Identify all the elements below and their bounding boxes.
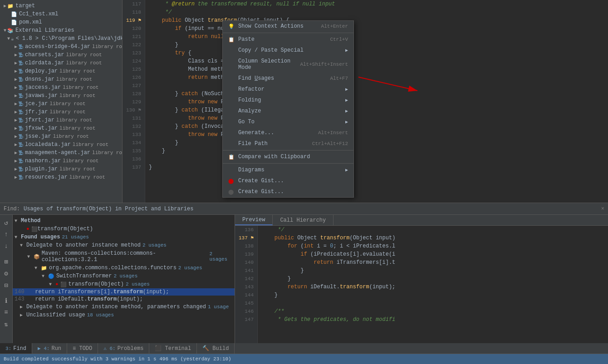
menu-item-label: Go To [238, 119, 345, 125]
sidebar-item-jar-jaccess[interactable]: ▶ 🗜 jaccess.jar library root [0, 83, 122, 92]
sidebar-item-jar-nashorn[interactable]: ▶ 🗜 nashorn.jar library root [0, 157, 122, 165]
code-line-133: throw new F [149, 131, 604, 139]
sidebar-item-jar-resources[interactable]: ▶ 🗜 resources.jar library root [0, 173, 122, 181]
sidebar-label: jfxrt.jar [25, 117, 54, 123]
sidebar-label: jsse.jar [25, 133, 51, 140]
sidebar-item-jar-jfxswt[interactable]: ▶ 🗜 jfxswt.jar library root [0, 124, 122, 132]
expand-arrow: ▶ [15, 60, 17, 66]
usage-node-transform-method[interactable]: ▼ ● ⬛ transform(Object) 2 usages [13, 280, 235, 288]
menu-item-compare-clipboard[interactable]: 📋 Compare with Clipboard [223, 151, 353, 162]
menu-item-copy-paste-special[interactable]: Copy / Paste Special ▶ [223, 45, 353, 56]
lib-label: library root [53, 134, 89, 139]
usage-node-switchtransformer[interactable]: ▼ 🔵 SwitchTransformer 2 usages [13, 272, 235, 280]
toolbar-up-button[interactable]: ↑ [1, 229, 11, 239]
right-line-num-141: 141 [239, 267, 254, 275]
menu-item-find-usages[interactable]: Find Usages Alt+F7 [223, 73, 353, 84]
sidebar-item-jar-cldr[interactable]: ▶ 🗜 cldrdata.jar library root [0, 59, 122, 67]
tab-preview[interactable]: Preview [235, 215, 273, 225]
tab-build[interactable]: 🔨 Build [197, 343, 235, 354]
menu-item-context-actions[interactable]: 💡 Show Context Actions Alt+Enter [223, 21, 353, 32]
sidebar-item-jar-jfr[interactable]: ▶ 🗜 jfr.jar library root [0, 108, 122, 116]
tab-terminal[interactable]: ⬛ Terminal [149, 343, 197, 354]
usage-code-143[interactable]: 143 return iDefault.transform(input); [13, 296, 235, 303]
sidebar-label: jfr.jar [25, 109, 48, 115]
right-code-line-143: return iDefault.transform(input); [261, 283, 604, 291]
right-line-num-139: 139 [239, 250, 254, 258]
sidebar-item-jar-javaws[interactable]: ▶ 🗜 javaws.jar library root [0, 92, 122, 100]
usage-node-maven[interactable]: ▼ 📦 Maven: commons-collections:commons-c… [13, 249, 235, 264]
tab-find[interactable]: 3: Find [0, 343, 32, 354]
jar-icon: 🗜 [18, 60, 23, 66]
menu-item-column-selection[interactable]: Column Selection Mode Alt+Shift+Insert [223, 56, 353, 73]
lib-label: library root [66, 52, 102, 58]
usage-node-delegate[interactable]: ▼ Delegate to another instance method 2 … [13, 241, 235, 249]
bold-method: transform [113, 289, 143, 295]
tab-run[interactable]: ▶ 4: Run [32, 343, 67, 354]
usage-node-label: transform(Object) [69, 281, 124, 287]
sidebar-item-extlibs[interactable]: ▼ 📚 External Libraries [0, 26, 122, 34]
tab-label: Problems [118, 345, 144, 352]
menu-item-folding[interactable]: Folding ▶ [223, 95, 353, 106]
usage-node-functors[interactable]: ▼ 📁 org.apache.commons.collections.funct… [13, 264, 235, 272]
line-num-117: 117 [126, 0, 141, 8]
usage-node-transform[interactable]: ● ⬛ transform(Object) [13, 225, 235, 233]
sidebar-item-jar-dnsns[interactable]: ▶ 🗜 dnsns.jar library root [0, 75, 122, 83]
menu-item-analyze[interactable]: Analyze ▶ [223, 106, 353, 116]
toolbar-sort-button[interactable]: ⇅ [1, 319, 11, 329]
toolbar-settings-button[interactable]: ⚙ [1, 268, 11, 278]
lib-label: library root [69, 175, 105, 180]
expand-arrow: ▶ [15, 134, 17, 139]
menu-item-paste[interactable]: 📋 Paste Ctrl+V [223, 34, 353, 45]
menu-item-diagrams[interactable]: Diagrams ▶ [223, 165, 353, 175]
sidebar-label: External Libraries [15, 27, 74, 34]
sidebar-item-jar-jfxrt[interactable]: ▶ 🗜 jfxrt.jar library root [0, 116, 122, 124]
usage-node-found[interactable]: ▼ Found usages 21 usages [13, 233, 235, 241]
menu-item-generate[interactable]: Generate... Alt+Insert [223, 127, 353, 138]
sidebar-label: resources.jar [25, 174, 68, 180]
sidebar-item-pom[interactable]: 📄 pom.xml [0, 18, 122, 26]
menu-item-label: Generate... [238, 130, 318, 136]
tab-problems[interactable]: ⚠ 6: Problems [98, 343, 149, 354]
code-line-119: public Object transform(Object input) { [149, 16, 604, 24]
usage-node-method[interactable]: ▼ Method [13, 217, 235, 225]
menu-item-create-gist-2[interactable]: ⬤ Create Gist... [223, 186, 353, 197]
expand-arrow: ▶ [15, 158, 17, 164]
sidebar-item-target[interactable]: ▶ 📁 target [0, 2, 122, 10]
expand-arrow: ▶ [15, 68, 17, 74]
code-line-126: return meth [149, 73, 604, 82]
line-num-133: 133 [126, 131, 141, 139]
sidebar-item-jar-jsse[interactable]: ▶ 🗜 jsse.jar library root [0, 132, 122, 141]
code-line-130: } catch (Illega [149, 106, 604, 114]
toolbar-expand-button[interactable]: ⊞ [1, 257, 11, 267]
sidebar-item-jar-localedata[interactable]: ▶ 🗜 localedata.jar library root [0, 141, 122, 149]
menu-item-create-gist-1[interactable]: ⬤ Create Gist... [223, 175, 353, 186]
submenu-arrow: ▶ [345, 48, 348, 53]
toolbar-filter-button[interactable]: ⊟ [1, 280, 11, 290]
usage-node-unclassified[interactable]: ▶ Unclassified usage 18 usages [13, 311, 235, 319]
menu-item-filepath[interactable]: File Path Ctrl+Alt+F12 [223, 138, 353, 149]
menu-item-refactor[interactable]: Refactor ▶ [223, 84, 353, 95]
sidebar-item-jdk[interactable]: ▼ ☕ < 1.8 > C:\Program Files\Java\jdk1.8… [0, 34, 122, 43]
submenu-arrow: ▶ [345, 108, 348, 114]
toolbar-info-button[interactable]: ℹ [1, 296, 11, 306]
tab-todo[interactable]: ≡ TODO [67, 343, 98, 354]
submenu-arrow: ▶ [345, 87, 348, 92]
sidebar-item-jar-access[interactable]: ▶ 🗜 access-bridge-64.jar library root [0, 43, 122, 51]
toolbar-down-button[interactable]: ↓ [1, 241, 11, 251]
sidebar-item-jar-deploy[interactable]: ▶ 🗜 deploy.jar library root [0, 67, 122, 75]
toolbar-list-button[interactable]: ≡ [1, 307, 11, 317]
usage-node-delegate-changed[interactable]: ▶ Delegate to another instance method, p… [13, 303, 235, 311]
sidebar-item-jar-charsets[interactable]: ▶ 🗜 charsets.jar library root [0, 51, 122, 59]
project-sidebar[interactable]: ▶ 📁 target 📄 Cc1_test.xml 📄 pom.xml ▼ 📚 … [0, 0, 123, 203]
sidebar-item-jar-plugin[interactable]: ▶ 🗜 plugin.jar library root [0, 165, 122, 173]
menu-item-label: File Path [238, 141, 312, 147]
usage-code-140[interactable]: 140 return iTransformers[i].transform(in… [13, 288, 235, 296]
sidebar-item-jar-jce[interactable]: ▶ 🗜 jce.jar library root [0, 100, 122, 108]
sidebar-item-cc1test[interactable]: 📄 Cc1_test.xml [0, 10, 122, 18]
lib-label: library root [63, 158, 98, 164]
tab-call-hierarchy[interactable]: Call Hierarchy [273, 215, 333, 225]
sidebar-item-jar-mgmt[interactable]: ▶ 🗜 management-agent.jar library root [0, 149, 122, 157]
menu-item-goto[interactable]: Go To ▶ [223, 116, 353, 127]
find-close-button[interactable]: × [601, 206, 604, 212]
toolbar-refresh-button[interactable]: ↺ [1, 218, 11, 228]
